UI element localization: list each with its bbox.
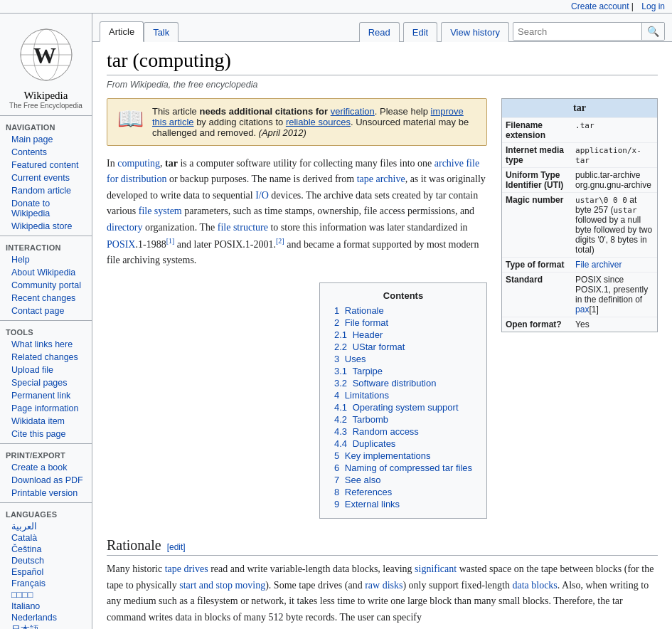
toc-item-2-2: 2.2 UStar format bbox=[334, 342, 472, 352]
toc-item-4-4: 4.4 Duplicates bbox=[334, 438, 472, 449]
lang-arabic[interactable]: العربية bbox=[0, 520, 92, 532]
lang-cestina[interactable]: Čeština bbox=[0, 544, 92, 555]
infobox-row-uti: Uniform Type Identifier (UTI) public.tar… bbox=[502, 168, 657, 193]
infobox-label-mediatype: Internet media type bbox=[502, 143, 572, 168]
sidebar-logo-title: Wikipedia bbox=[0, 89, 92, 102]
rationale-paragraph: Many historic tape drives read and write… bbox=[107, 561, 658, 625]
infobox-title: tar bbox=[502, 99, 657, 117]
citation-notice-text: This article needs additional citations … bbox=[152, 106, 476, 138]
infobox-value-type: File archiver bbox=[572, 258, 657, 273]
citation-notice: 📖 This article needs additional citation… bbox=[107, 98, 487, 146]
toc-item-4-2: 4.2 Tarbomb bbox=[334, 414, 472, 425]
infobox-value-mediatype: application/x-tar bbox=[572, 143, 657, 168]
infobox: tar Filename extension .tar Internet med… bbox=[501, 98, 658, 332]
search-box: 🔍 bbox=[513, 22, 665, 41]
rationale-edit-link: [edit] bbox=[167, 542, 186, 552]
lang-japanese[interactable]: 日本語 bbox=[0, 623, 92, 629]
sidebar-item-upload-file[interactable]: Upload file bbox=[0, 364, 92, 376]
sidebar-item-page-information[interactable]: Page information bbox=[0, 402, 92, 415]
infobox-row-open: Open format? Yes bbox=[502, 317, 657, 332]
toc-item-1: 1 Rationale bbox=[334, 305, 472, 316]
sidebar-item-what-links[interactable]: What links here bbox=[0, 338, 92, 351]
sidebar-item-related-changes[interactable]: Related changes bbox=[0, 351, 92, 364]
sidebar-item-download-pdf[interactable]: Download as PDF bbox=[0, 474, 92, 487]
sidebar-item-donate[interactable]: Donate to Wikipedia bbox=[0, 197, 92, 220]
toc-item-4-3: 4.3 Random access bbox=[334, 426, 472, 437]
infobox-row-filename: Filename extension .tar bbox=[502, 118, 657, 143]
rationale-text: Many historic tape drives read and write… bbox=[107, 561, 658, 625]
print-header: Print/export bbox=[0, 447, 92, 461]
citation-date: (April 2012) bbox=[259, 127, 306, 138]
sidebar-item-contact[interactable]: Contact page bbox=[0, 305, 92, 317]
log-in-link[interactable]: Log in bbox=[641, 1, 665, 11]
interaction-header: Interaction bbox=[0, 239, 92, 253]
sidebar-item-store[interactable]: Wikipedia store bbox=[0, 220, 92, 233]
toc-item-7: 7 See also bbox=[334, 475, 472, 485]
lang-deutsch[interactable]: Deutsch bbox=[0, 555, 92, 566]
sidebar: W Wikipedia The Free Encyclopedia Naviga… bbox=[0, 14, 92, 629]
rationale-edit-button[interactable]: edit bbox=[169, 542, 183, 552]
citation-notice-icon: 📖 bbox=[117, 106, 144, 131]
svg-text:W: W bbox=[33, 43, 56, 68]
toc-list: 1 Rationale 2 File format 2.1 Header 2.2… bbox=[334, 305, 472, 509]
sidebar-item-current-events[interactable]: Current events bbox=[0, 171, 92, 184]
lang-catala[interactable]: Català bbox=[0, 532, 92, 544]
sidebar-item-main-page[interactable]: Main page bbox=[0, 133, 92, 146]
sidebar-item-printable[interactable]: Printable version bbox=[0, 487, 92, 500]
tab-read[interactable]: Read bbox=[359, 22, 400, 42]
infobox-label-uti: Uniform Type Identifier (UTI) bbox=[502, 168, 572, 193]
top-bar: Create account | Log in bbox=[0, 0, 672, 14]
infobox-row-magic: Magic number ustar\0 0 0 at byte 257 (us… bbox=[502, 193, 657, 258]
sidebar-logo-subtitle: The Free Encyclopedia bbox=[0, 102, 92, 110]
reliable-sources-link[interactable]: reliable sources bbox=[286, 117, 351, 127]
sidebar-item-special-pages[interactable]: Special pages bbox=[0, 376, 92, 389]
infobox-row-type: Type of format File archiver bbox=[502, 258, 657, 273]
sidebar-item-about[interactable]: About Wikipedia bbox=[0, 266, 92, 279]
sidebar-item-recent-changes[interactable]: Recent changes bbox=[0, 292, 92, 305]
tab-talk[interactable]: Talk bbox=[144, 22, 178, 42]
print-divider bbox=[0, 443, 92, 444]
toc-item-5: 5 Key implementations bbox=[334, 450, 472, 461]
infobox-value-standard: POSIX since POSIX.1, presently in the de… bbox=[572, 273, 657, 317]
toc-title: Contents bbox=[334, 290, 472, 301]
lang-italiano[interactable]: Italiano bbox=[0, 601, 92, 612]
sidebar-item-featured-content[interactable]: Featured content bbox=[0, 159, 92, 171]
sidebar-item-cite[interactable]: Cite this page bbox=[0, 428, 92, 440]
tools-header: Tools bbox=[0, 324, 92, 338]
article: tar (computing) From Wikipedia, the free… bbox=[92, 42, 672, 629]
infobox-label-magic: Magic number bbox=[502, 193, 572, 258]
create-account-link[interactable]: Create account bbox=[571, 1, 629, 11]
languages-divider bbox=[0, 502, 92, 503]
infobox-value-filename: .tar bbox=[572, 118, 657, 143]
verification-link[interactable]: verification bbox=[331, 106, 375, 117]
lang-nederlands[interactable]: Nederlands bbox=[0, 612, 92, 623]
lang-francais[interactable]: Français bbox=[0, 578, 92, 589]
page-tabs: Article Talk Read Edit View history 🔍 bbox=[92, 14, 672, 42]
toc-item-2-1: 2.1 Header bbox=[334, 329, 472, 340]
toc-item-2: 2 File format 2.1 Header 2.2 UStar forma… bbox=[334, 317, 472, 352]
sidebar-item-permanent-link[interactable]: Permanent link bbox=[0, 389, 92, 402]
toc-item-3: 3 Uses 3.1 Tarpipe 3.2 Software distribu… bbox=[334, 354, 472, 388]
toc-item-3-2: 3.2 Software distribution bbox=[334, 378, 472, 388]
lang-squares[interactable]: □□□□ bbox=[0, 589, 92, 601]
infobox-value-open: Yes bbox=[572, 317, 657, 332]
citation-bold: needs additional citations for bbox=[199, 106, 328, 117]
lang-espanol[interactable]: Español bbox=[0, 566, 92, 578]
search-button[interactable]: 🔍 bbox=[641, 23, 664, 40]
sidebar-item-random-article[interactable]: Random article bbox=[0, 184, 92, 197]
search-input[interactable] bbox=[513, 23, 641, 40]
sidebar-item-wikidata[interactable]: Wikidata item bbox=[0, 415, 92, 428]
tab-article[interactable]: Article bbox=[100, 21, 144, 42]
sidebar-divider bbox=[0, 115, 92, 116]
toc-item-8: 8 References bbox=[334, 487, 472, 497]
article-subtitle: From Wikipedia, the free encyclopedia bbox=[107, 80, 658, 90]
sidebar-item-community-portal[interactable]: Community portal bbox=[0, 279, 92, 292]
sidebar-item-contents[interactable]: Contents bbox=[0, 146, 92, 159]
tab-view-history[interactable]: View history bbox=[441, 22, 509, 42]
sidebar-item-create-book[interactable]: Create a book bbox=[0, 461, 92, 474]
infobox-label-open: Open format? bbox=[502, 317, 572, 332]
tools-divider bbox=[0, 320, 92, 321]
tab-edit[interactable]: Edit bbox=[403, 22, 437, 42]
sidebar-item-help[interactable]: Help bbox=[0, 253, 92, 266]
infobox-label-standard: Standard bbox=[502, 273, 572, 317]
